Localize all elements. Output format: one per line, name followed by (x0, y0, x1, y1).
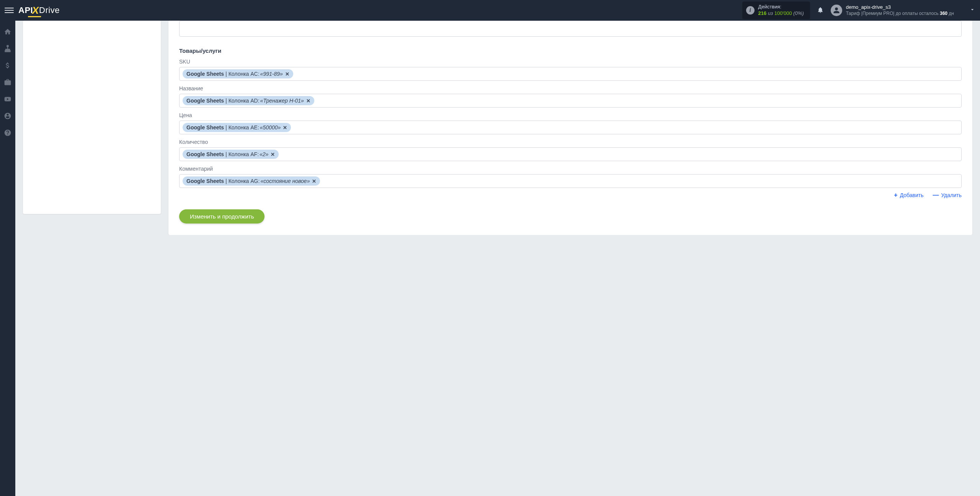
logo[interactable]: APIXDrive (18, 5, 60, 16)
field-label: SKU (179, 59, 962, 65)
tag-value: «состояние новое» (260, 178, 310, 184)
logo-api: API (18, 5, 33, 15)
tag-source: Google Sheets (186, 151, 224, 157)
mapping-tag: Google Sheets | Колонка AD: «Тренажер H-… (183, 96, 314, 105)
user-name: demo_apix-drive_s3 (846, 4, 954, 11)
field-label: Цена (179, 112, 962, 118)
help-icon (4, 129, 11, 137)
actions-text: Действия: 216 из 100'000 (0%) (758, 4, 804, 17)
logo-drive: Drive (39, 5, 60, 15)
app-header: APIXDrive i Действия: 216 из 100'000 (0%… (0, 0, 980, 21)
tag-remove-icon[interactable]: ✕ (285, 71, 289, 77)
user-circle-icon (4, 112, 11, 120)
tag-source: Google Sheets (186, 178, 224, 184)
sidebar-item-billing[interactable] (3, 61, 12, 70)
briefcase-icon (4, 78, 11, 86)
youtube-icon (4, 95, 11, 103)
field-input-empty[interactable] (179, 21, 962, 37)
right-panel: Товары/услуги SKUGoogle Sheets | Колонка… (168, 21, 972, 235)
home-icon (4, 28, 11, 36)
tag-column: Колонка AD: (229, 98, 260, 104)
user-tariff: Тариф |Премиум PRO| до оплаты осталось 3… (846, 11, 954, 17)
tag-remove-icon[interactable]: ✕ (283, 125, 287, 131)
sidebar-item-profile[interactable] (3, 112, 12, 120)
svg-rect-3 (9, 50, 10, 52)
tag-column: Колонка AG: (229, 178, 260, 184)
avatar (831, 5, 842, 16)
sidebar-item-home[interactable] (3, 28, 12, 36)
info-icon: i (746, 6, 755, 15)
tag-value: «Тренажер H-01» (260, 98, 304, 104)
sitemap-icon (4, 45, 11, 52)
actions-pct: (0%) (793, 10, 804, 16)
main-content: Товары/услуги SKUGoogle Sheets | Колонка… (15, 21, 980, 235)
actions-label: Действия: (758, 4, 804, 10)
tag-value: «50000» (260, 124, 281, 131)
sidebar-item-video[interactable] (3, 95, 12, 103)
sidebar (0, 21, 15, 235)
add-label: Добавить (900, 192, 924, 198)
tag-column: Колонка AE: (229, 124, 259, 131)
sidebar-item-help[interactable] (3, 129, 12, 137)
bell-icon (817, 7, 824, 13)
tag-source: Google Sheets (186, 98, 224, 104)
menu-toggle-button[interactable] (5, 6, 14, 15)
notifications-button[interactable] (817, 7, 824, 15)
chevron-down-icon (969, 7, 975, 14)
submit-button[interactable]: Изменить и продолжить (179, 209, 265, 224)
dollar-icon (4, 62, 11, 69)
delete-label: Удалить (941, 192, 962, 198)
mapping-tag: Google Sheets | Колонка AG: «состояние н… (183, 176, 320, 186)
field-input[interactable]: Google Sheets | Колонка AF: «2»✕ (179, 147, 962, 161)
tag-remove-icon[interactable]: ✕ (271, 152, 275, 157)
field-input[interactable]: Google Sheets | Колонка AD: «Тренажер H-… (179, 94, 962, 108)
field-actions: + Добавить — Удалить (179, 192, 962, 199)
field-input[interactable]: Google Sheets | Колонка AG: «состояние н… (179, 174, 962, 188)
svg-rect-2 (7, 50, 8, 52)
tag-value: «2» (260, 151, 268, 157)
user-info: demo_apix-drive_s3 Тариф |Премиум PRO| д… (846, 4, 954, 16)
section-title: Товары/услуги (179, 47, 962, 54)
mapping-tag: Google Sheets | Колонка AC: «991-89»✕ (183, 69, 293, 78)
tag-source: Google Sheets (186, 124, 224, 131)
add-button[interactable]: + Добавить (894, 192, 923, 199)
field-label: Количество (179, 139, 962, 145)
sidebar-item-connections[interactable] (3, 44, 12, 53)
field-input[interactable]: Google Sheets | Колонка AC: «991-89»✕ (179, 67, 962, 81)
tag-source: Google Sheets (186, 71, 224, 77)
actions-total: 100'000 (774, 10, 792, 16)
field-label: Название (179, 85, 962, 91)
tag-column: Колонка AF: (229, 151, 259, 157)
actions-of: из (768, 10, 773, 16)
header-right: i Действия: 216 из 100'000 (0%) demo_api… (742, 2, 975, 19)
mapping-tag: Google Sheets | Колонка AE: «50000»✕ (183, 123, 291, 132)
svg-rect-1 (5, 50, 7, 52)
user-icon (833, 7, 840, 14)
user-menu[interactable]: demo_apix-drive_s3 Тариф |Премиум PRO| д… (831, 4, 975, 16)
plus-icon: + (894, 192, 897, 199)
tag-column: Колонка AC: (229, 71, 260, 77)
mapping-tag: Google Sheets | Колонка AF: «2»✕ (183, 150, 279, 159)
sidebar-item-work[interactable] (3, 78, 12, 86)
actions-count: 216 (758, 10, 767, 16)
minus-icon: — (933, 192, 939, 199)
tag-remove-icon[interactable]: ✕ (312, 178, 316, 184)
field-label: Комментарий (179, 166, 962, 172)
svg-rect-0 (7, 46, 9, 47)
field-input[interactable]: Google Sheets | Колонка AE: «50000»✕ (179, 121, 962, 134)
tag-remove-icon[interactable]: ✕ (306, 98, 310, 104)
delete-button[interactable]: — Удалить (933, 192, 962, 199)
left-panel (23, 21, 161, 214)
actions-counter[interactable]: i Действия: 216 из 100'000 (0%) (742, 2, 810, 19)
tag-value: «991-89» (260, 71, 283, 77)
